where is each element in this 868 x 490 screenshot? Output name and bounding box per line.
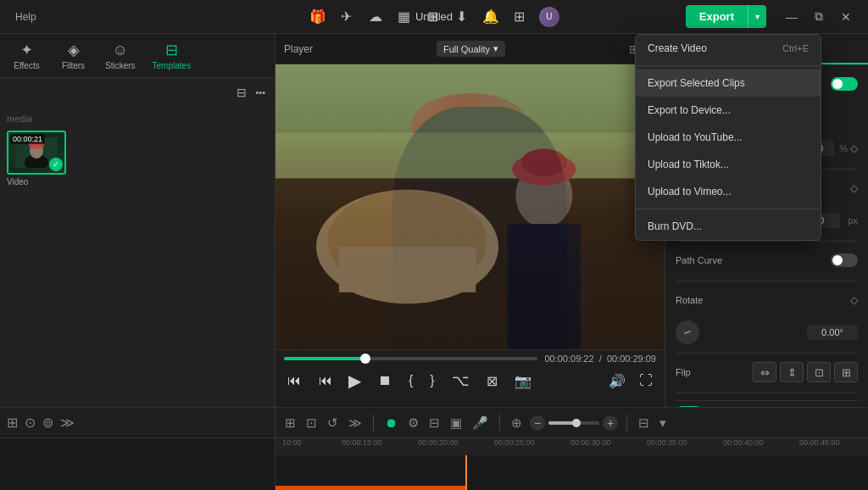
rotate-knob[interactable]: [676, 320, 699, 344]
transition-icon[interactable]: ≫: [60, 415, 75, 431]
menu-item-upload-youtube[interactable]: Upload to YouTube...: [636, 124, 821, 151]
timeline-redo-icon[interactable]: ≫: [346, 413, 364, 433]
flip-horizontal-button[interactable]: ⇔: [753, 362, 776, 382]
zoom-out-button[interactable]: −: [530, 415, 545, 431]
menu-item-upload-vimeo[interactable]: Upload to Vimeo...: [636, 178, 821, 205]
export-device-label: Export to Device...: [648, 104, 731, 116]
step-back-button[interactable]: ⏭: [314, 371, 335, 390]
flip-row: Flip ⇔ ⇕ ⊡ ⊞: [676, 360, 858, 384]
timeline-undo-icon[interactable]: ↺: [325, 413, 341, 433]
scale-toggle[interactable]: [831, 77, 858, 91]
path-curve-toggle[interactable]: [831, 253, 858, 267]
timeline-clip-icon[interactable]: ⊡: [303, 413, 320, 433]
history-icon[interactable]: ⊚: [42, 415, 53, 431]
top-icon-bar: 🎁 ✈ ☁ ▦ ⊞ ⬇ 🔔 ⊞ U: [309, 7, 559, 27]
timeline-snap-icon[interactable]: ⊟: [426, 413, 442, 433]
timeline-mark-icon[interactable]: ▣: [448, 413, 465, 433]
play-button[interactable]: ▶: [345, 369, 364, 393]
close-button[interactable]: ✕: [834, 8, 858, 25]
title-bar-left: Help: [10, 9, 42, 25]
mark-out-button[interactable]: }: [426, 371, 437, 390]
volume-button[interactable]: 🔊: [605, 371, 629, 391]
export-button[interactable]: Export: [686, 5, 748, 28]
stop-button[interactable]: ⏹: [375, 371, 395, 390]
window-title: Untitled 🎁 ✈ ☁ ▦ ⊞ ⬇ 🔔 ⊞ U: [415, 10, 453, 23]
menu-item-create-video[interactable]: Create Video Ctrl+E: [636, 35, 821, 62]
tab-filters[interactable]: ◈ Filters: [50, 37, 97, 74]
templates-icon: ⊟: [165, 41, 178, 59]
detach-icon[interactable]: ⊙: [25, 415, 36, 431]
flip-option-2[interactable]: ⊞: [834, 362, 858, 382]
menu-item-export-selected[interactable]: Export Selected Clips: [636, 70, 821, 97]
rotate-label: Rotate: [676, 295, 703, 305]
apps-icon[interactable]: ⊞: [510, 8, 529, 26]
scale-y-keyframe-icon[interactable]: ◇: [850, 142, 858, 154]
timeline-add-icon[interactable]: ⊕: [509, 413, 525, 433]
flip-vertical-button[interactable]: ⇕: [780, 362, 804, 382]
scale-y-unit: %: [839, 143, 848, 153]
trim-button[interactable]: ⊠: [483, 371, 501, 391]
avatar[interactable]: U: [539, 7, 559, 27]
maximize-button[interactable]: ⧉: [807, 8, 831, 25]
tab-stickers[interactable]: ☺ Stickers: [97, 38, 144, 74]
notification-icon[interactable]: 🔔: [481, 8, 500, 26]
media-item-label: Video: [7, 177, 28, 187]
export-dropdown-button[interactable]: ▾: [748, 5, 766, 28]
rotate-keyframe-icon[interactable]: ◇: [850, 294, 858, 306]
media-thumbnail[interactable]: 00:00:21 ✓: [7, 131, 66, 175]
zoom-slider[interactable]: [548, 421, 599, 425]
download-icon[interactable]: ⬇: [453, 8, 471, 26]
progress-fill: [284, 357, 365, 360]
timeline-grid-view-icon[interactable]: ⊟: [636, 413, 652, 433]
snapshot-button[interactable]: 📷: [511, 371, 535, 391]
timeline-panel: ⊞ ⊡ ↺ ≫ ⏺ ⚙ ⊟ ▣ 🎤 ⊕ − + ⊟ ▾ 10:00 00:00:…: [275, 407, 868, 490]
effects-icon: ✦: [20, 41, 33, 59]
rotate-value[interactable]: 0.00°: [807, 325, 858, 340]
split-button[interactable]: ⌥: [448, 370, 473, 392]
progress-thumb[interactable]: [360, 354, 370, 364]
tab-templates[interactable]: ⊟ Templates: [144, 37, 200, 74]
more-icon[interactable]: •••: [253, 85, 268, 100]
menu-item-export-device[interactable]: Export to Device...: [636, 97, 821, 124]
minimize-button[interactable]: —: [780, 8, 804, 25]
timeline-add-track-icon[interactable]: ⊞: [282, 413, 298, 433]
flip-label: Flip: [676, 367, 691, 377]
zoom-in-button[interactable]: +: [603, 415, 618, 431]
svg-point-15: [521, 148, 567, 175]
scale-toggle-knob: [832, 79, 843, 89]
quality-label: Full Quality: [443, 44, 490, 54]
position-keyframe-icon[interactable]: ◇: [850, 182, 858, 194]
timeline-settings-icon[interactable]: ⚙: [405, 413, 421, 433]
divider-5: [676, 393, 858, 393]
pos-y-unit: px: [848, 215, 858, 226]
timeline-playhead: [465, 455, 467, 490]
flip-option-1[interactable]: ⊡: [807, 362, 831, 382]
timeline-record-icon[interactable]: ⏺: [382, 413, 400, 432]
progress-track[interactable]: [284, 357, 537, 360]
help-button[interactable]: Help: [10, 9, 42, 25]
menu-item-burn-dvd[interactable]: Burn DVD...: [636, 213, 821, 240]
timeline-audio-icon[interactable]: 🎤: [470, 413, 491, 433]
fullscreen-button[interactable]: ⛶: [636, 371, 656, 390]
cloud-icon[interactable]: ☁: [366, 8, 385, 26]
gift-icon[interactable]: 🎁: [309, 8, 327, 26]
add-media-icon[interactable]: ⊞: [7, 415, 18, 431]
rewind-button[interactable]: ⏮: [284, 371, 304, 390]
tab-effects[interactable]: ✦ Effects: [3, 37, 50, 74]
menu-separator-2: [636, 209, 821, 209]
grid-icon[interactable]: ▦: [395, 8, 414, 26]
filter-icon[interactable]: ⊟: [234, 83, 249, 102]
quality-selector[interactable]: Full Quality ▾: [437, 41, 505, 57]
timeline-more-icon[interactable]: ▾: [657, 413, 669, 433]
send-icon[interactable]: ✈: [337, 8, 356, 26]
zoom-thumb[interactable]: [572, 419, 581, 427]
title-bar-right: Export ▾ — ⧉ ✕: [686, 5, 858, 28]
progress-bar-wrap: 00:00:09:22 / 00:00:29:09: [284, 354, 656, 364]
export-selected-label: Export Selected Clips: [648, 77, 745, 89]
timeline-ruler: 10:00 00:00:15:00 00:00:20:00 00:00:25:0…: [275, 438, 868, 455]
layout-icon[interactable]: ⊞: [424, 8, 442, 26]
left-panel: ✦ Effects ◈ Filters ☺ Stickers ⊟ Templat…: [0, 34, 275, 407]
ruler-mark-6: 00:00:40:00: [723, 438, 764, 447]
menu-item-upload-tiktok[interactable]: Upload to Tiktok...: [636, 151, 821, 178]
mark-in-button[interactable]: {: [405, 371, 416, 390]
